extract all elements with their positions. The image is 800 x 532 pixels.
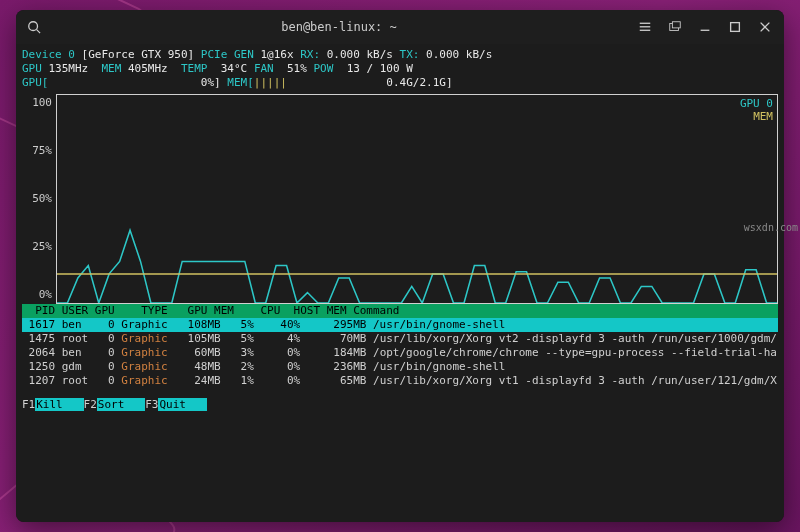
svg-rect-2 [640,23,651,24]
y-tick: 50% [22,192,52,206]
sort-action[interactable]: Sort [97,398,145,411]
svg-rect-3 [640,26,651,27]
process-table: 1617 ben 0 Graphic 108MB 5% 40% 295MB /u… [22,318,778,388]
bar-line: GPU[ 0%] MEM[||||| 0.4G/2.1G] [22,76,778,90]
quit-action[interactable]: Quit [158,398,206,411]
maximize-button[interactable] [720,13,750,41]
svg-rect-6 [672,22,680,28]
new-tab-button[interactable] [660,13,690,41]
search-icon[interactable] [20,13,48,41]
svg-point-0 [29,22,38,31]
terminal-window: ben@ben-linux: ~ Device 0 [GeForce GTX 9… [16,10,784,522]
table-row[interactable]: 1250 gdm 0 Graphic 48MB 2% 0% 236MB /usr… [22,360,778,374]
window-title: ben@ben-linux: ~ [48,20,630,34]
svg-rect-8 [731,23,740,32]
chart-box: GPU 0 MEM [56,94,778,304]
footer-bar: F1Kill F2Sort F3Quit [22,398,778,412]
table-header: PID USER GPU TYPE GPU MEM CPU HOST MEM C… [22,304,778,318]
kill-action[interactable]: Kill [35,398,83,411]
y-tick: 100 [22,96,52,110]
y-tick: 25% [22,240,52,254]
clock-line: GPU 135MHz MEM 405MHz TEMP 34°C FAN 51% … [22,62,778,76]
svg-rect-7 [701,30,710,31]
table-row[interactable]: 1617 ben 0 Graphic 108MB 5% 40% 295MB /u… [22,318,778,332]
svg-rect-4 [640,30,651,31]
table-row[interactable]: 2064 ben 0 Graphic 60MB 3% 0% 184MB /opt… [22,346,778,360]
y-tick: 0% [22,288,52,302]
svg-line-1 [37,30,41,34]
y-axis: 100 75% 50% 25% 0% [22,94,56,304]
terminal-body[interactable]: Device 0 [GeForce GTX 950] PCIe GEN 1@16… [16,44,784,522]
menu-button[interactable] [630,13,660,41]
watermark: wsxdn.com [742,220,800,235]
table-row[interactable]: 1207 root 0 Graphic 24MB 1% 0% 65MB /usr… [22,374,778,388]
titlebar: ben@ben-linux: ~ [16,10,784,44]
table-row[interactable]: 1475 root 0 Graphic 105MB 5% 4% 70MB /us… [22,332,778,346]
device-line: Device 0 [GeForce GTX 950] PCIe GEN 1@16… [22,48,778,62]
y-tick: 75% [22,144,52,158]
minimize-button[interactable] [690,13,720,41]
chart: 100 75% 50% 25% 0% GPU 0 MEM [22,94,778,304]
close-button[interactable] [750,13,780,41]
